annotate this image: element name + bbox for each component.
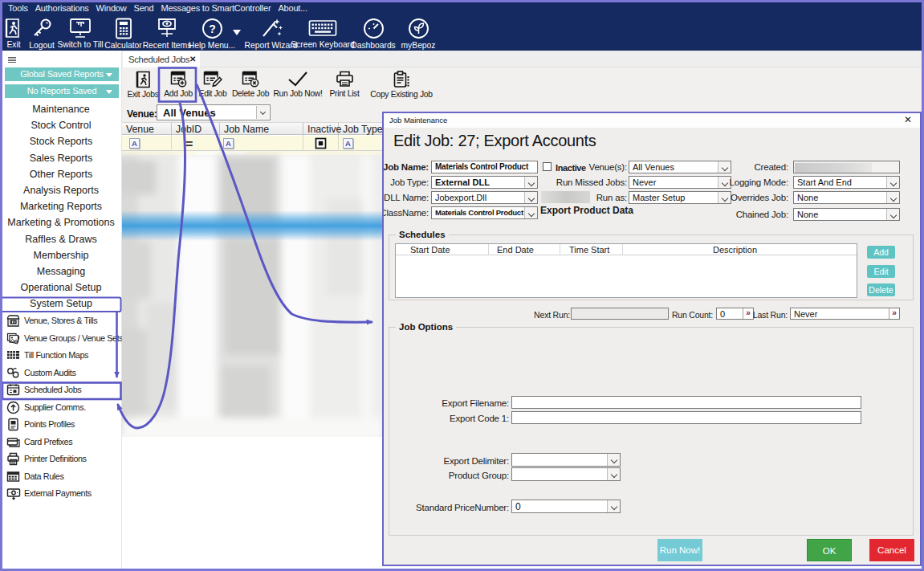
svg-text:?: ?	[209, 22, 216, 35]
